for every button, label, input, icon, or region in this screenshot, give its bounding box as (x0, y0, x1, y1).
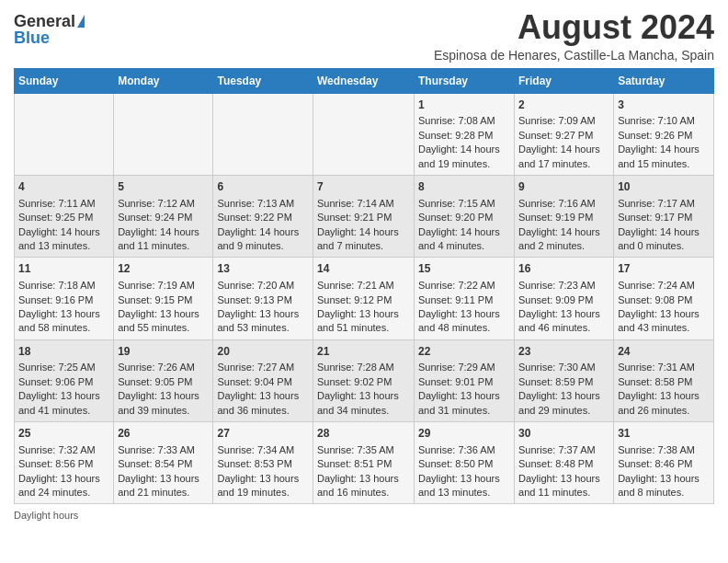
sunset-text: Sunset: 9:04 PM (217, 376, 291, 387)
day-number: 16 (518, 261, 609, 277)
sunrise-text: Sunrise: 7:20 AM (217, 280, 294, 291)
week-row-1: 1Sunrise: 7:08 AMSunset: 9:28 PMDaylight… (15, 93, 714, 175)
calendar-cell: 19Sunrise: 7:26 AMSunset: 9:05 PMDayligh… (114, 339, 213, 421)
calendar-cell: 22Sunrise: 7:29 AMSunset: 9:01 PMDayligh… (415, 339, 515, 421)
sunrise-text: Sunrise: 7:23 AM (518, 280, 596, 291)
calendar-cell: 26Sunrise: 7:33 AMSunset: 8:54 PMDayligh… (114, 422, 213, 504)
day-number: 29 (418, 426, 510, 442)
calendar-cell (114, 93, 213, 175)
sunrise-text: Sunrise: 7:12 AM (118, 198, 195, 209)
day-header-sunday: Sunday (15, 68, 114, 93)
sunset-text: Sunset: 8:54 PM (118, 458, 192, 469)
day-number: 3 (618, 98, 710, 113)
daylight-text: Daylight: 13 hours and 55 minutes. (118, 308, 199, 333)
sunrise-text: Sunrise: 7:19 AM (118, 280, 195, 291)
day-number: 10 (618, 179, 710, 195)
week-row-4: 18Sunrise: 7:25 AMSunset: 9:06 PMDayligh… (15, 339, 714, 421)
day-number: 9 (518, 179, 609, 195)
day-header-thursday: Thursday (415, 68, 515, 93)
sunrise-text: Sunrise: 7:17 AM (618, 198, 695, 209)
day-number: 12 (118, 261, 209, 277)
title-area: August 2024 Espinosa de Henares, Castill… (103, 9, 714, 63)
sunrise-text: Sunrise: 7:38 AM (618, 444, 695, 455)
sunset-text: Sunset: 9:09 PM (518, 294, 593, 305)
sunset-text: Sunset: 8:59 PM (518, 376, 593, 387)
day-number: 8 (418, 179, 510, 195)
daylight-text: Daylight: 13 hours and 31 minutes. (418, 390, 500, 415)
calendar-cell: 2Sunrise: 7:09 AMSunset: 9:27 PMDaylight… (515, 93, 614, 175)
day-number: 26 (118, 426, 209, 442)
day-number: 14 (317, 261, 410, 277)
daylight-text: Daylight: 14 hours and 13 minutes. (18, 226, 100, 251)
sunset-text: Sunset: 9:25 PM (18, 212, 93, 223)
day-number: 27 (217, 426, 309, 442)
daylight-text: Daylight: 13 hours and 46 minutes. (518, 308, 600, 333)
sunset-text: Sunset: 9:02 PM (317, 376, 392, 387)
page-title: August 2024 (103, 9, 714, 46)
sunrise-text: Sunrise: 7:11 AM (18, 198, 96, 209)
daylight-text: Daylight: 14 hours and 15 minutes. (618, 144, 700, 168)
sunset-text: Sunset: 9:27 PM (518, 130, 593, 141)
daylight-text: Daylight: 14 hours and 0 minutes. (618, 226, 700, 251)
calendar-cell: 6Sunrise: 7:13 AMSunset: 9:22 PMDaylight… (213, 175, 313, 257)
sunrise-text: Sunrise: 7:24 AM (618, 280, 695, 291)
calendar-cell: 1Sunrise: 7:08 AMSunset: 9:28 PMDaylight… (415, 93, 515, 175)
daylight-text: Daylight: 14 hours and 2 minutes. (518, 226, 600, 251)
calendar-cell (15, 93, 114, 175)
daylight-text: Daylight: 13 hours and 29 minutes. (518, 390, 600, 415)
calendar-body: 1Sunrise: 7:08 AMSunset: 9:28 PMDaylight… (15, 93, 714, 504)
sunset-text: Sunset: 9:24 PM (118, 212, 192, 223)
calendar-cell: 15Sunrise: 7:22 AMSunset: 9:11 PMDayligh… (415, 258, 515, 339)
day-header-saturday: Saturday (614, 68, 714, 93)
sunset-text: Sunset: 9:16 PM (18, 294, 93, 305)
sunrise-text: Sunrise: 7:13 AM (217, 198, 294, 209)
sunset-text: Sunset: 9:26 PM (618, 130, 692, 141)
day-number: 15 (418, 261, 510, 277)
sunset-text: Sunset: 9:01 PM (418, 376, 493, 387)
daylight-text: Daylight: 13 hours and 21 minutes. (118, 473, 199, 498)
sunrise-text: Sunrise: 7:28 AM (317, 362, 394, 373)
calendar-cell (213, 93, 313, 175)
logo-blue-text: Blue (14, 29, 50, 46)
day-number: 21 (317, 344, 410, 360)
sunset-text: Sunset: 8:51 PM (317, 458, 392, 469)
logo-triangle-icon (77, 15, 85, 28)
calendar-cell: 12Sunrise: 7:19 AMSunset: 9:15 PMDayligh… (114, 258, 213, 339)
calendar-cell: 13Sunrise: 7:20 AMSunset: 9:13 PMDayligh… (213, 258, 313, 339)
sunset-text: Sunset: 9:20 PM (418, 212, 493, 223)
daylight-text: Daylight: 13 hours and 48 minutes. (418, 308, 500, 333)
sunset-text: Sunset: 9:11 PM (418, 294, 493, 305)
day-number: 13 (217, 261, 309, 277)
daylight-text: Daylight: 13 hours and 26 minutes. (618, 390, 700, 415)
sunset-text: Sunset: 8:56 PM (18, 458, 93, 469)
day-number: 5 (118, 179, 209, 195)
header: General Blue August 2024 Espinosa de Hen… (14, 9, 714, 63)
day-number: 23 (518, 344, 609, 360)
sunset-text: Sunset: 8:50 PM (418, 458, 493, 469)
sunset-text: Sunset: 8:48 PM (518, 458, 593, 469)
daylight-text: Daylight: 13 hours and 39 minutes. (118, 390, 199, 415)
calendar-cell: 25Sunrise: 7:32 AMSunset: 8:56 PMDayligh… (15, 422, 114, 504)
day-number: 28 (317, 426, 410, 442)
daylight-text: Daylight: 13 hours and 16 minutes. (317, 473, 399, 498)
sunrise-text: Sunrise: 7:18 AM (18, 280, 96, 291)
day-number: 19 (118, 344, 209, 360)
daylight-text: Daylight: 13 hours and 11 minutes. (518, 473, 600, 498)
sunset-text: Sunset: 9:08 PM (618, 294, 692, 305)
day-number: 18 (18, 344, 109, 360)
daylight-text: Daylight: 13 hours and 58 minutes. (18, 308, 100, 333)
calendar-cell: 18Sunrise: 7:25 AMSunset: 9:06 PMDayligh… (15, 339, 114, 421)
sunrise-text: Sunrise: 7:37 AM (518, 444, 596, 455)
daylight-text: Daylight: 14 hours and 4 minutes. (418, 226, 500, 251)
sunrise-text: Sunrise: 7:15 AM (418, 198, 495, 209)
daylight-text: Daylight: 14 hours and 9 minutes. (217, 226, 299, 251)
logo: General Blue (14, 13, 85, 46)
week-row-5: 25Sunrise: 7:32 AMSunset: 8:56 PMDayligh… (15, 422, 714, 504)
daylight-text: Daylight: 13 hours and 8 minutes. (618, 473, 700, 498)
sunset-text: Sunset: 9:22 PM (217, 212, 291, 223)
sunset-text: Sunset: 9:19 PM (518, 212, 593, 223)
daylight-text: Daylight: 13 hours and 41 minutes. (18, 390, 100, 415)
sunrise-text: Sunrise: 7:22 AM (418, 280, 495, 291)
sunrise-text: Sunrise: 7:14 AM (317, 198, 394, 209)
calendar-cell: 8Sunrise: 7:15 AMSunset: 9:20 PMDaylight… (415, 175, 515, 257)
